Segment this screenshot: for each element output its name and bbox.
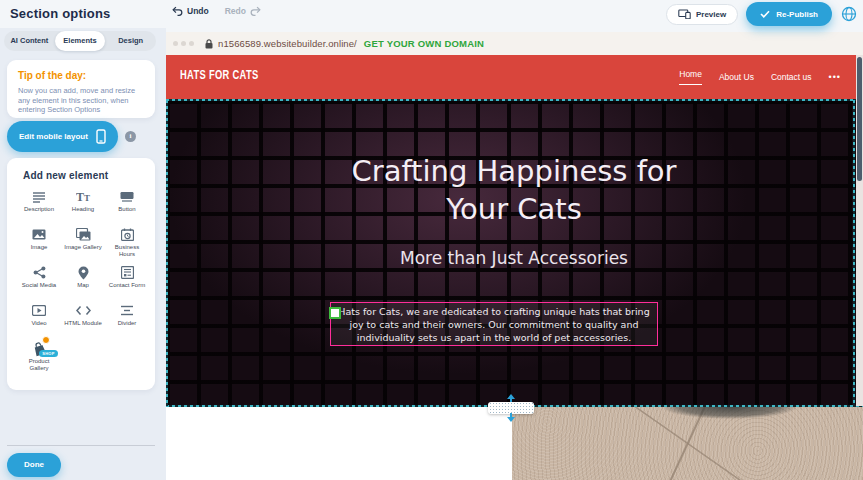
section-border-right bbox=[853, 100, 855, 406]
element-item-video[interactable]: Video bbox=[17, 303, 61, 335]
description-icon bbox=[32, 189, 46, 204]
sidebar-divider bbox=[7, 445, 155, 446]
element-item-contact-form[interactable]: Contact Form bbox=[105, 265, 149, 297]
element-item-button[interactable]: Button bbox=[105, 189, 149, 221]
svg-text:T: T bbox=[76, 190, 84, 203]
map-pin-icon bbox=[78, 265, 89, 280]
edit-mobile-layout-button[interactable]: Edit mobile layout bbox=[7, 121, 118, 152]
element-item-social-media[interactable]: Social Media bbox=[17, 265, 61, 297]
promo-dot-icon bbox=[42, 336, 50, 344]
republish-label: Re-Publish bbox=[776, 10, 818, 19]
element-item-map[interactable]: Map bbox=[61, 265, 105, 297]
lock-icon bbox=[205, 39, 213, 49]
element-item-heading[interactable]: TT Heading bbox=[61, 189, 105, 221]
preview-button[interactable]: Preview bbox=[666, 4, 738, 25]
done-button[interactable]: Done bbox=[7, 453, 61, 477]
button-icon bbox=[120, 189, 134, 204]
image-icon bbox=[32, 227, 46, 242]
browser-bar: n1566589.websitebuilder.online/ GET YOUR… bbox=[166, 32, 863, 55]
preview-scrollbar[interactable] bbox=[856, 55, 863, 406]
preview-label: Preview bbox=[696, 10, 726, 19]
html-module-icon bbox=[76, 303, 91, 318]
product-gallery-icon: SHOP bbox=[33, 341, 46, 356]
page-title: Section options bbox=[10, 6, 111, 21]
add-element-title: Add new element bbox=[17, 170, 149, 181]
image-gallery-icon bbox=[76, 227, 91, 242]
element-grid: Description TT Heading Button Image Imag… bbox=[17, 189, 149, 373]
phone-icon bbox=[96, 129, 106, 144]
redo-label: Redo bbox=[225, 6, 246, 16]
element-item-label: Divider bbox=[118, 320, 137, 327]
hero-heading[interactable]: Crafting Happiness for Your Cats bbox=[334, 152, 694, 228]
undo-redo-group: Undo Redo bbox=[172, 6, 261, 16]
get-domain-link[interactable]: GET YOUR OWN DOMAIN bbox=[364, 38, 484, 49]
nav-item-home[interactable]: Home bbox=[679, 69, 702, 85]
nav-item-contact-us[interactable]: Contact us bbox=[771, 72, 812, 82]
tab-elements[interactable]: Elements bbox=[55, 31, 106, 51]
edit-mobile-layout-label: Edit mobile layout bbox=[19, 132, 88, 141]
undo-button[interactable]: Undo bbox=[172, 6, 209, 16]
element-item-label: Product Gallery bbox=[19, 358, 59, 372]
element-item-product-gallery[interactable]: SHOP Product Gallery bbox=[17, 341, 61, 373]
element-item-label: Social Media bbox=[22, 282, 56, 289]
drag-handle-icon[interactable] bbox=[329, 307, 341, 319]
social-media-icon bbox=[33, 265, 46, 280]
mobile-layout-row: Edit mobile layout i bbox=[7, 121, 136, 152]
editor-topbar: Section options Undo Redo Preview Re-Pub… bbox=[0, 0, 863, 28]
element-item-label: Description bbox=[24, 206, 54, 213]
element-item-label: Business Hours bbox=[107, 244, 147, 258]
element-item-label: HTML Module bbox=[64, 320, 101, 327]
hero-subheading[interactable]: More than Just Accessories bbox=[334, 248, 694, 268]
business-hours-icon bbox=[121, 227, 134, 242]
sidebar-tabbar: AI Content Elements Design bbox=[4, 31, 156, 51]
element-item-label: Map bbox=[77, 282, 89, 289]
redo-icon bbox=[250, 6, 261, 16]
element-item-divider[interactable]: Divider bbox=[105, 303, 149, 335]
topbar-actions: Preview Re-Publish bbox=[666, 2, 858, 26]
nav-more-icon[interactable]: ••• bbox=[829, 72, 841, 82]
divider-icon bbox=[120, 303, 134, 318]
heading-icon: TT bbox=[76, 189, 91, 204]
undo-icon bbox=[172, 6, 183, 16]
hero-paragraph[interactable]: Hats for Cats, we are dedicated to craft… bbox=[331, 305, 657, 344]
selected-text-element[interactable]: Hats for Cats, we are dedicated to craft… bbox=[330, 302, 658, 346]
section-resize-handle[interactable] bbox=[488, 398, 534, 418]
site-preview: n1566589.websitebuilder.online/ GET YOUR… bbox=[166, 32, 863, 480]
redo-button[interactable]: Redo bbox=[225, 6, 261, 16]
tip-body: Now you can add, move and resize any ele… bbox=[18, 86, 144, 115]
check-icon bbox=[760, 10, 770, 18]
add-element-panel: Add new element Description TT Heading B… bbox=[7, 158, 155, 390]
next-section-image[interactable] bbox=[512, 407, 863, 480]
section-border-top bbox=[166, 99, 863, 101]
element-item-image[interactable]: Image bbox=[17, 227, 61, 259]
language-globe-icon[interactable] bbox=[840, 5, 858, 23]
element-item-image-gallery[interactable]: Image Gallery bbox=[61, 227, 105, 259]
element-item-label: Contact Form bbox=[109, 282, 145, 289]
svg-text:T: T bbox=[84, 193, 90, 203]
site-header: HATS FOR CATS Home About Us Contact us •… bbox=[166, 55, 863, 100]
scrollbar-thumb[interactable] bbox=[857, 57, 862, 181]
nav-item-about-us[interactable]: About Us bbox=[719, 72, 754, 82]
element-item-label: Video bbox=[31, 320, 46, 327]
element-item-label: Button bbox=[118, 206, 135, 213]
info-icon[interactable]: i bbox=[125, 131, 136, 142]
element-item-html-module[interactable]: HTML Module bbox=[61, 303, 105, 335]
video-icon bbox=[32, 303, 46, 318]
tab-ai-content[interactable]: AI Content bbox=[4, 31, 55, 51]
section-border-left bbox=[166, 100, 168, 406]
element-item-label: Image Gallery bbox=[64, 244, 101, 251]
site-logo[interactable]: HATS FOR CATS bbox=[180, 68, 259, 82]
section-options-sidebar: AI Content Elements Design Tip of the da… bbox=[0, 28, 166, 480]
element-item-label: Heading bbox=[72, 206, 94, 213]
browser-dots-icon bbox=[173, 41, 194, 46]
element-item-description[interactable]: Description bbox=[17, 189, 61, 221]
tab-design[interactable]: Design bbox=[105, 31, 156, 51]
undo-label: Undo bbox=[187, 6, 209, 16]
devices-icon bbox=[678, 9, 691, 19]
site-url[interactable]: n1566589.websitebuilder.online/ bbox=[218, 38, 357, 49]
hero-section[interactable]: Crafting Happiness for Your Cats More th… bbox=[166, 100, 863, 406]
republish-button[interactable]: Re-Publish bbox=[746, 2, 832, 26]
shop-badge: SHOP bbox=[39, 350, 57, 357]
tip-title: Tip of the day: bbox=[18, 70, 144, 81]
element-item-business-hours[interactable]: Business Hours bbox=[105, 227, 149, 259]
